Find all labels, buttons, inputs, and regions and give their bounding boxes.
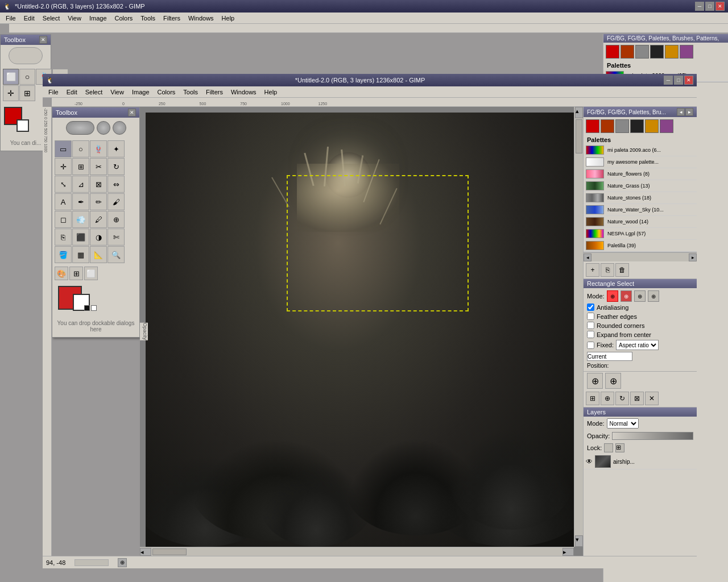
fg-scrollbar-v[interactable]: ▴ ▾ bbox=[574, 107, 583, 547]
fg-scrollbar-h[interactable]: ◂ ▸ bbox=[140, 547, 574, 556]
fg-tool-text[interactable]: A bbox=[55, 193, 72, 210]
fg-fixed-check[interactable] bbox=[587, 342, 594, 349]
fg-opacity-slider[interactable] bbox=[612, 432, 693, 440]
bg-min-btn[interactable]: ─ bbox=[695, 2, 704, 11]
fg-mode-btn2[interactable]: ⊕ bbox=[621, 290, 632, 302]
fg-nav-btn[interactable]: ⊕ bbox=[118, 558, 127, 567]
fg-black-swatch[interactable] bbox=[84, 305, 90, 311]
fg-pal-scroll-left[interactable]: ◂ bbox=[584, 253, 592, 261]
bg-max-btn[interactable]: □ bbox=[705, 2, 714, 11]
fg-tool-smudge[interactable]: ⬛ bbox=[72, 228, 89, 246]
fg-layer-tool5[interactable]: ✕ bbox=[645, 392, 659, 405]
fg-layer-tool1[interactable]: ⊞ bbox=[586, 392, 599, 405]
fg-antialias-check[interactable] bbox=[587, 304, 594, 311]
fg-menu-view[interactable]: View bbox=[107, 88, 127, 97]
fg-pos-btn2[interactable]: ⊕ bbox=[605, 373, 621, 389]
bg-bg-swatch[interactable] bbox=[16, 119, 29, 132]
fg-pal-dup-btn[interactable]: ⎘ bbox=[601, 263, 614, 277]
fg-layer-tool3[interactable]: ↻ bbox=[615, 392, 629, 405]
fg-menu-select[interactable]: Select bbox=[82, 88, 106, 97]
bg-tool-ellipse[interactable]: ○ bbox=[19, 69, 35, 85]
fg-tool-eraser[interactable]: ◻ bbox=[55, 211, 72, 228]
bg-menu-select[interactable]: Select bbox=[39, 14, 64, 23]
bg-menu-file[interactable]: File bbox=[2, 14, 19, 23]
fg-palette-item-4[interactable]: Nature_Grass (13) bbox=[584, 180, 697, 192]
fg-scroll-left-btn[interactable]: ◂ bbox=[140, 548, 151, 556]
fg-scroll-thumb-v[interactable] bbox=[576, 119, 582, 153]
fg-palette-item-1[interactable]: mi paleta 2009.aco (6... bbox=[584, 144, 697, 156]
bg-tool-align[interactable]: ⊞ bbox=[19, 85, 35, 101]
fg-mode-btn3[interactable]: ⊕ bbox=[634, 290, 646, 302]
fg-tool-color-map[interactable]: 🎨 bbox=[55, 267, 68, 280]
fg-tool-paint[interactable]: 🖌 bbox=[107, 193, 125, 210]
fg-pos-btn1[interactable]: ⊕ bbox=[587, 373, 603, 389]
bg-menu-tools[interactable]: Tools bbox=[137, 14, 159, 23]
fg-tool-dodge[interactable]: ◑ bbox=[90, 228, 107, 246]
fg-tool-airbrush[interactable]: 💨 bbox=[72, 211, 89, 228]
fg-tool-zoom[interactable]: 🔍 bbox=[107, 246, 125, 263]
fg-tool-shear[interactable]: ⊿ bbox=[72, 176, 89, 193]
fg-tool-rect[interactable]: ▭ bbox=[55, 140, 72, 157]
fg-close-btn[interactable]: ✕ bbox=[684, 76, 693, 85]
fg-current-input[interactable] bbox=[587, 352, 632, 361]
fg-pal-scroll-right[interactable]: ▸ bbox=[689, 253, 697, 261]
fg-layer-eye-1[interactable]: 👁 bbox=[586, 458, 593, 465]
fg-tool-fuzzy[interactable]: ✦ bbox=[107, 140, 125, 157]
fg-right-fg-color[interactable] bbox=[586, 119, 599, 133]
bg-menu-help[interactable]: Help bbox=[218, 14, 238, 23]
bg-menu-image[interactable]: Image bbox=[86, 14, 110, 23]
fg-right-color6[interactable] bbox=[660, 119, 673, 133]
bg-fg-color2[interactable] bbox=[621, 45, 634, 59]
fg-palette-item-8[interactable]: NESPA Lgpl (57) bbox=[584, 228, 697, 240]
bg-menu-colors[interactable]: Colors bbox=[111, 14, 136, 23]
fg-menu-edit[interactable]: Edit bbox=[63, 88, 81, 97]
fg-tool-flip[interactable]: ⇔ bbox=[107, 176, 125, 193]
fg-min-btn[interactable]: ─ bbox=[664, 76, 673, 85]
bg-menu-filters[interactable]: Filters bbox=[160, 14, 184, 23]
fg-white-swatch[interactable] bbox=[91, 305, 97, 311]
fg-menu-tools[interactable]: Tools bbox=[180, 88, 201, 97]
bg-purple-color[interactable] bbox=[680, 45, 693, 59]
fg-tool-align[interactable]: ⊞ bbox=[72, 158, 89, 175]
fg-palette-scrollbar[interactable]: ◂ ▸ bbox=[584, 252, 697, 261]
fg-toolbox2-close[interactable]: ✕ bbox=[128, 109, 136, 117]
fg-tool-ellipse-sel[interactable]: ○ bbox=[72, 140, 89, 157]
fg-layer-tool2[interactable]: ⊕ bbox=[601, 392, 614, 405]
fg-menu-windows[interactable]: Windows bbox=[228, 88, 260, 97]
fg-tool-heal[interactable]: ⊕ bbox=[107, 211, 125, 228]
fg-scroll-down-btn[interactable]: ▾ bbox=[575, 535, 583, 547]
fg-palette-item-6[interactable]: Nature_Water_Sky (10... bbox=[584, 204, 697, 216]
fg-tool-gradient[interactable]: ▦ bbox=[72, 246, 89, 263]
bg-toolbox-close[interactable]: ✕ bbox=[39, 36, 47, 44]
bg-bg-color[interactable] bbox=[650, 45, 664, 59]
fg-lock-btn1[interactable] bbox=[604, 443, 613, 452]
fg-menu-filters[interactable]: Filters bbox=[202, 88, 226, 97]
fg-tool-colorpick[interactable]: ✒ bbox=[72, 193, 89, 210]
fg-feather-check[interactable] bbox=[587, 313, 594, 320]
fg-right-color2[interactable] bbox=[601, 119, 614, 133]
fg-palette-item-5[interactable]: Nature_stones (18) bbox=[584, 192, 697, 204]
fg-mode-btn1[interactable]: ⊕ bbox=[607, 290, 618, 302]
fg-palette-item-7[interactable]: Nature_wood (14) bbox=[584, 216, 697, 228]
fg-menu-file[interactable]: File bbox=[45, 88, 62, 97]
bg-tool-rect-select[interactable]: ⬜ bbox=[3, 69, 19, 85]
fg-pal-del-btn[interactable]: 🗑 bbox=[615, 263, 629, 277]
fg-menu-image[interactable]: Image bbox=[129, 88, 153, 97]
bg-close-btn[interactable]: ✕ bbox=[715, 2, 725, 11]
fg-max-btn[interactable]: □ bbox=[674, 76, 683, 85]
fg-tool-move[interactable]: ✛ bbox=[55, 158, 72, 175]
fg-rounded-check[interactable] bbox=[587, 322, 594, 329]
bg-menu-edit[interactable]: Edit bbox=[20, 14, 38, 23]
fg-tool-layers-icon[interactable]: ⊞ bbox=[69, 267, 83, 280]
fg-zoom-slider[interactable] bbox=[75, 559, 109, 566]
fg-canvas-image[interactable] bbox=[146, 113, 574, 547]
fg-tool-rotate[interactable]: ↻ bbox=[107, 158, 125, 175]
fg-layers-mode-select[interactable]: Normal Multiply Screen bbox=[607, 418, 639, 429]
fg-expand-check[interactable] bbox=[587, 331, 594, 338]
fg-panel-btn1[interactable]: ◂ bbox=[677, 108, 685, 116]
bg-accent-color[interactable] bbox=[665, 45, 679, 59]
fg-lock-btn2[interactable]: ⊞ bbox=[615, 443, 624, 452]
fg-right-color5[interactable] bbox=[645, 119, 659, 133]
fg-tool-measure[interactable]: 📐 bbox=[90, 246, 107, 263]
fg-tool-pencil[interactable]: ✏ bbox=[90, 193, 107, 210]
